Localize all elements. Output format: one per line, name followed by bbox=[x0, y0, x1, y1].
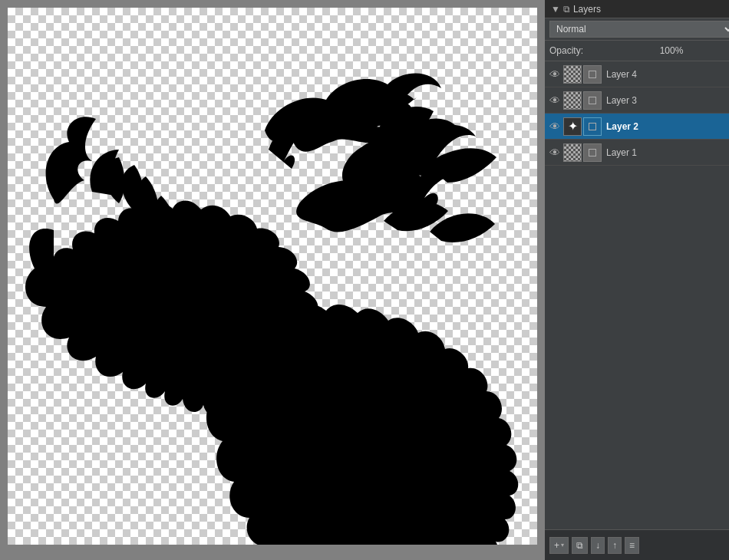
layer-thumbnail bbox=[563, 65, 582, 84]
layer-thumb-background bbox=[564, 92, 581, 109]
layer-type-thumb bbox=[583, 65, 602, 84]
settings-icon: ≡ bbox=[629, 540, 635, 551]
layer-thumb-background bbox=[564, 144, 581, 161]
layer-visibility-icon[interactable]: 👁 bbox=[548, 94, 562, 107]
blend-mode-select[interactable]: Normal bbox=[549, 21, 729, 38]
layer-thumbnail-special: ✦ bbox=[563, 117, 582, 136]
duplicate-icon: ⧉ bbox=[576, 540, 583, 551]
layer-row[interactable]: 👁 Layer 1 🔒 α ⊡ bbox=[545, 140, 729, 166]
layers-panel: ▼ ⧉ Layers ⊡ ✕ Normal ▽ ▾ Opacity: 100% … bbox=[545, 0, 729, 560]
move-down-button[interactable]: ↓ bbox=[591, 537, 605, 554]
layer-type-preview bbox=[589, 123, 596, 130]
layers-icon: ⧉ bbox=[563, 4, 570, 15]
layer-type-preview bbox=[589, 97, 596, 104]
layer-visibility-icon[interactable]: 👁 bbox=[548, 68, 562, 81]
move-down-icon: ↓ bbox=[595, 540, 600, 551]
canvas-svg bbox=[8, 8, 537, 545]
canvas-area bbox=[0, 0, 545, 560]
layer-type-thumb bbox=[583, 91, 602, 110]
panel-footer: + ▾ ⧉ ↓ ↑ ≡ 🗑 bbox=[545, 529, 729, 560]
layer-name: Layer 2 bbox=[603, 121, 729, 132]
opacity-value: 100% bbox=[588, 45, 729, 56]
canvas-wrapper bbox=[8, 8, 537, 545]
layer-name: Layer 1 bbox=[603, 147, 729, 158]
move-up-button[interactable]: ↑ bbox=[608, 537, 622, 554]
layer-type-preview bbox=[589, 71, 596, 78]
add-chevron-icon: ▾ bbox=[561, 542, 564, 548]
layer-row-active[interactable]: 👁 ✦ Layer 2 🔒 α ⊡ bbox=[545, 114, 729, 140]
layer-settings-button[interactable]: ≡ bbox=[625, 537, 639, 554]
layer-thumbnail bbox=[563, 91, 582, 110]
layer-visibility-icon[interactable]: 👁 bbox=[548, 146, 562, 160]
opacity-label: Opacity: bbox=[549, 45, 583, 56]
add-icon: + bbox=[554, 540, 559, 551]
layer-visibility-icon[interactable]: 👁 bbox=[548, 120, 562, 133]
panel-title: Layers bbox=[573, 4, 601, 15]
panel-collapse-icon[interactable]: ▼ bbox=[551, 4, 560, 15]
layer-type-thumb bbox=[583, 117, 602, 136]
duplicate-layer-button[interactable]: ⧉ bbox=[572, 537, 588, 554]
layer-thumb-background bbox=[564, 66, 581, 83]
move-up-icon: ↑ bbox=[612, 540, 617, 551]
panel-header: ▼ ⧉ Layers ⊡ ✕ bbox=[545, 0, 729, 18]
add-layer-button[interactable]: + ▾ bbox=[549, 537, 569, 554]
layer-type-preview bbox=[589, 149, 596, 156]
layer-thumbnail bbox=[563, 143, 582, 162]
layers-list: 👁 Layer 4 🔒 α ⊡ 👁 Layer 3 bbox=[545, 61, 729, 529]
opacity-row: Opacity: 100% ▲ ▼ bbox=[545, 41, 729, 61]
layer-row[interactable]: 👁 Layer 3 🔒 α ⊡ bbox=[545, 87, 729, 114]
footer-left: + ▾ ⧉ ↓ ↑ ≡ bbox=[549, 537, 639, 554]
layer-name: Layer 3 bbox=[603, 95, 729, 106]
blend-mode-row: Normal ▽ ▾ bbox=[545, 18, 729, 41]
layer-name: Layer 4 bbox=[603, 69, 729, 80]
panel-header-left: ▼ ⧉ Layers bbox=[551, 4, 601, 15]
layer-type-thumb bbox=[583, 143, 602, 162]
layer-row[interactable]: 👁 Layer 4 🔒 α ⊡ bbox=[545, 61, 729, 87]
